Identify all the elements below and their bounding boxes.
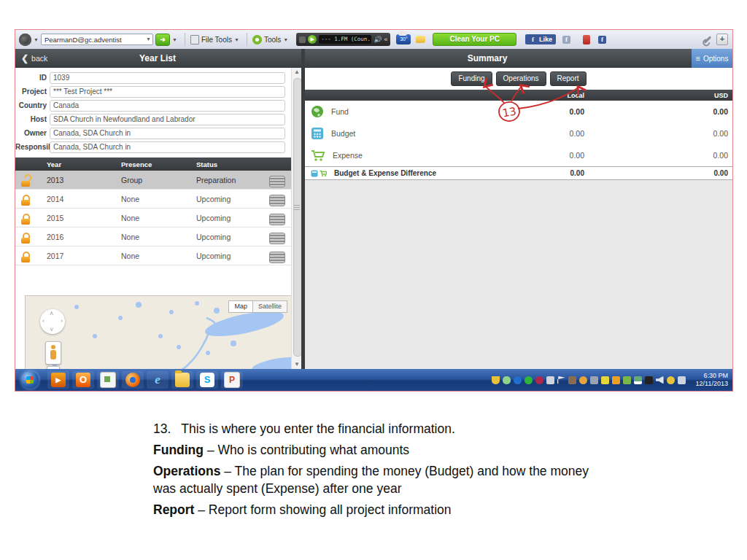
taskbar-outlook[interactable]: O (72, 371, 94, 389)
facebook-share-icon[interactable]: f (562, 36, 570, 44)
display-icon[interactable] (546, 376, 554, 384)
id-field[interactable] (50, 72, 285, 84)
taskbar-media-player[interactable] (47, 371, 69, 389)
street-view-pegman[interactable] (45, 341, 61, 365)
tray-app-icon[interactable] (590, 376, 598, 384)
host-field[interactable] (50, 114, 285, 125)
tray-app-icon[interactable] (601, 376, 609, 384)
chevron-down-icon[interactable]: ▼ (34, 37, 39, 42)
tray-app-icon[interactable] (623, 376, 631, 384)
usd-value: 0.00 (584, 129, 732, 138)
signal-icon[interactable] (634, 376, 642, 384)
row-menu-button[interactable] (269, 176, 285, 187)
weather-icon[interactable]: 30° (396, 34, 411, 44)
chevron-down-icon[interactable]: ▼ (172, 37, 177, 42)
taskbar-internet-explorer[interactable]: e (147, 371, 169, 389)
pan-down-icon[interactable]: ˅ (50, 326, 53, 333)
taskbar-clock[interactable]: 6:30 PM 12/11/2013 (696, 372, 728, 388)
status-cell: Preparation (196, 176, 236, 184)
chat-icon[interactable] (416, 36, 425, 43)
pinterest-icon[interactable] (583, 35, 590, 44)
row-menu-button[interactable] (269, 233, 285, 244)
popout-icon[interactable] (299, 36, 306, 43)
map-pan-control[interactable]: ˄ ‹ › ˅ (40, 309, 65, 334)
calendar-icon[interactable] (678, 376, 686, 384)
project-field[interactable] (50, 86, 285, 98)
fund-row[interactable]: Fund 0.00 0.00 (305, 101, 732, 123)
table-row-2013[interactable]: 2013 Group Preparation (15, 171, 291, 190)
volume-icon[interactable] (656, 376, 664, 384)
collapse-icon[interactable]: « (384, 36, 387, 43)
facebook-notification-icon[interactable]: f (598, 36, 606, 44)
bluetooth-icon[interactable] (514, 376, 522, 384)
tray-app-icon[interactable] (645, 376, 653, 384)
table-row-2017[interactable]: 2017 None Upcoming (15, 246, 291, 265)
app-icon (100, 372, 116, 388)
facebook-like-button[interactable]: f Like (525, 34, 556, 44)
file-tools-menu[interactable]: File Tools (201, 36, 232, 44)
browser-logo-icon[interactable] (19, 34, 31, 46)
caption-funding-line: Funding – Who is contributing what amoun… (153, 441, 591, 459)
tray-app-icon[interactable] (579, 376, 587, 384)
status-cell: Upcoming (196, 252, 231, 260)
taskbar-firefox[interactable] (122, 371, 144, 389)
expense-row[interactable]: Expense 0.00 0.00 (305, 144, 732, 167)
taskbar-app[interactable] (97, 371, 119, 389)
tray-app-icon[interactable] (612, 376, 620, 384)
taskbar-skype[interactable] (196, 371, 218, 389)
satellite-type-button[interactable]: Satellite (252, 300, 287, 313)
clean-your-pc-button[interactable]: Clean Your PC (433, 33, 516, 46)
taskbar-explorer[interactable] (171, 371, 193, 389)
table-row-2016[interactable]: 2016 None Upcoming (15, 228, 291, 246)
country-field[interactable] (50, 100, 285, 112)
tools-menu[interactable]: Tools (264, 36, 281, 44)
pan-right-icon[interactable]: › (61, 317, 63, 324)
difference-row[interactable]: Budget & Expense Difference 0.00 0.00 (305, 166, 732, 180)
folder-icon (175, 373, 190, 387)
messenger-icon[interactable] (503, 376, 511, 384)
row-menu-button[interactable] (269, 252, 285, 263)
left-pane-scrollbar[interactable]: ▲ ▼ (291, 68, 302, 369)
wrench-icon[interactable] (704, 36, 712, 44)
form-row: Host (15, 112, 291, 126)
presence-cell: Group (121, 176, 142, 184)
map-type-button[interactable]: Map (228, 300, 253, 313)
table-row-2015[interactable]: 2015 None Upcoming (15, 209, 291, 228)
alert-icon[interactable] (667, 376, 675, 384)
play-icon[interactable]: ▶ (308, 35, 317, 44)
operations-button[interactable]: Operations (496, 71, 546, 86)
flag-icon[interactable] (557, 376, 565, 384)
speaker-icon[interactable]: 🔊 (374, 36, 382, 43)
year-cell: 2013 (47, 176, 63, 184)
summary-table-header: Local USD (305, 90, 732, 101)
account-input[interactable] (41, 34, 153, 45)
radio-player-widget[interactable]: ▶ --- 1.FM (Coun... 🔊 « (296, 33, 390, 46)
scrollbar-grip[interactable] (294, 205, 300, 211)
powerpoint-icon (224, 372, 240, 388)
table-row-2014[interactable]: 2014 None Upcoming (15, 190, 291, 209)
pan-up-icon[interactable]: ˄ (50, 310, 53, 317)
row-menu-button[interactable] (269, 195, 285, 206)
status-cell: Upcoming (196, 233, 231, 241)
shield-icon[interactable] (492, 376, 500, 384)
chevron-down-icon[interactable]: ▼ (146, 36, 151, 42)
tray-app-icon[interactable] (568, 376, 576, 384)
budget-row[interactable]: Budget 0.00 0.00 (305, 122, 732, 145)
add-icon[interactable]: + (716, 34, 728, 45)
row-menu-button[interactable] (269, 214, 285, 225)
chevron-down-icon[interactable]: ▼ (283, 37, 288, 42)
chevron-down-icon[interactable]: ▼ (234, 37, 239, 42)
start-button[interactable] (21, 371, 39, 389)
pan-left-icon[interactable]: ‹ (42, 317, 44, 324)
go-button[interactable]: ➜ (155, 34, 170, 46)
responsible-field[interactable] (50, 141, 285, 153)
row-label: Expense (333, 151, 511, 160)
owner-field[interactable] (50, 128, 285, 139)
map-widget[interactable]: Map Satellite ˄ ‹ › ˅ + (25, 295, 291, 369)
sync-icon[interactable] (525, 376, 533, 384)
funding-button[interactable]: Funding (451, 71, 492, 86)
tray-app-icon[interactable] (535, 376, 543, 384)
taskbar-powerpoint[interactable] (221, 371, 243, 389)
options-button[interactable]: ≡ Options (692, 49, 732, 68)
report-button[interactable]: Report (550, 71, 587, 86)
